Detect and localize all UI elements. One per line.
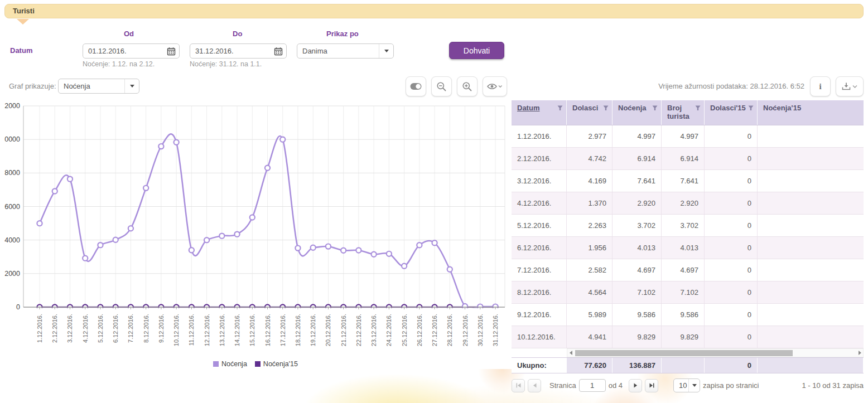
cell-value: 3.702 <box>613 215 662 236</box>
table-row[interactable]: 10.12.2016.4.9419.8299.8290 <box>512 326 864 348</box>
svg-text:4000: 4000 <box>4 236 20 244</box>
svg-text:18.12.2016.: 18.12.2016. <box>295 314 301 346</box>
chevron-down-icon <box>124 79 139 93</box>
scrollbar-thumb[interactable] <box>575 350 793 356</box>
zoom-out-button[interactable] <box>431 76 452 96</box>
column-header-label[interactable]: Noćenja <box>618 104 647 112</box>
cell-value: 4.169 <box>567 170 613 192</box>
calendar-icon[interactable] <box>163 44 179 58</box>
info-button[interactable]: i <box>810 76 831 96</box>
date-to-field[interactable] <box>190 47 271 55</box>
cell-value: 0 <box>705 125 758 147</box>
zoom-out-icon <box>436 81 447 92</box>
graf-prikazuje-select[interactable]: Noćenja <box>58 79 139 94</box>
column-header-label[interactable]: Dolasci'15 <box>710 104 746 112</box>
filter-icon[interactable] <box>652 105 658 111</box>
do-note: Noćenje: 31.12. na 1.1. <box>190 60 262 68</box>
column-header-no-enja-15[interactable]: Noćenja'15 <box>758 100 863 125</box>
column-header-label[interactable]: Dolasci <box>572 104 598 112</box>
page-label: Stranica <box>549 381 576 390</box>
cell-value <box>758 170 863 192</box>
cell-value: 5.989 <box>567 304 613 326</box>
filter-icon[interactable] <box>557 105 563 111</box>
turisti-tab[interactable]: Turisti <box>4 4 864 18</box>
svg-text:7.12.2016.: 7.12.2016. <box>127 314 134 343</box>
zoom-in-button[interactable] <box>457 76 478 96</box>
table-row[interactable]: 8.12.2016.4.5647.1027.1020 <box>512 281 864 304</box>
column-header-label[interactable]: Datum <box>517 104 539 112</box>
svg-text:4.12.2016.: 4.12.2016. <box>82 314 89 343</box>
cell-value: 9.586 <box>613 304 662 326</box>
filter-icon[interactable] <box>748 105 754 111</box>
table-row[interactable]: 1.12.2016.2.9774.9974.9970 <box>512 125 864 148</box>
cell-value: 1.370 <box>567 192 613 214</box>
column-header-no-enja[interactable]: Noćenja <box>613 100 662 125</box>
filter-icon[interactable] <box>603 105 609 111</box>
svg-text:20.12.2016.: 20.12.2016. <box>325 314 331 346</box>
calendar-icon-glyph <box>274 47 283 56</box>
table-row[interactable]: 4.12.2016.1.3702.9202.9200 <box>512 192 864 215</box>
scroll-left-arrow[interactable] <box>567 349 574 357</box>
toggle-button[interactable] <box>406 76 426 96</box>
next-page-button[interactable] <box>629 379 642 392</box>
download-button[interactable] <box>836 76 864 96</box>
column-header-broj-turista[interactable]: Broj turista <box>662 100 705 125</box>
prikaz-po-select[interactable]: Danima <box>297 43 394 59</box>
zoom-in-icon <box>462 81 472 92</box>
table-row[interactable]: 7.12.2016.2.5824.6974.6970 <box>512 259 864 281</box>
cell-value: 0 <box>705 237 758 259</box>
date-from-input[interactable] <box>83 43 180 59</box>
horizontal-scrollbar[interactable] <box>567 348 864 357</box>
svg-text:13.12.2016.: 13.12.2016. <box>219 314 225 346</box>
cell-datum: 9.12.2016. <box>512 304 567 326</box>
table-row[interactable]: 5.12.2016.2.2633.7023.7020 <box>512 215 864 237</box>
filter-icon[interactable] <box>695 105 701 111</box>
table-row[interactable]: 9.12.2016.5.9899.5869.5860 <box>512 304 864 326</box>
total-cell <box>662 358 705 373</box>
cell-value: 9.829 <box>662 326 705 348</box>
dohvati-button[interactable]: Dohvati <box>449 42 504 59</box>
cell-value: 7.641 <box>613 170 662 192</box>
svg-text:1.12.2016.: 1.12.2016. <box>36 314 43 343</box>
first-page-button[interactable] <box>512 379 525 392</box>
column-header-datum[interactable]: Datum <box>512 100 567 125</box>
column-header-label[interactable]: Noćenja'15 <box>763 104 801 112</box>
table-row[interactable]: 2.12.2016.4.7426.9146.9140 <box>512 148 864 170</box>
scroll-right-arrow[interactable] <box>856 349 863 357</box>
calendar-icon[interactable] <box>271 44 286 58</box>
table-row[interactable]: 3.12.2016.4.1697.6417.6410 <box>512 170 864 192</box>
svg-text:5.12.2016.: 5.12.2016. <box>97 314 104 343</box>
column-header-dolasci-15[interactable]: Dolasci'15 <box>705 100 758 125</box>
chart-svg[interactable]: 0200040006000800010000120001.12.2016.2.1… <box>4 102 507 358</box>
visibility-menu-button[interactable] <box>483 76 507 96</box>
first-page-icon <box>515 382 522 389</box>
svg-text:6000: 6000 <box>4 203 20 211</box>
date-to-input[interactable] <box>190 43 287 59</box>
cell-value: 6.914 <box>662 148 705 169</box>
column-header-dolasci[interactable]: Dolasci <box>567 100 613 125</box>
cell-value: 4.941 <box>567 326 613 348</box>
cell-datum: 8.12.2016. <box>512 281 567 303</box>
date-from-field[interactable] <box>83 47 163 55</box>
cell-datum: 1.12.2016. <box>512 125 567 147</box>
cell-value <box>758 192 863 214</box>
graf-prikazuje-label: Graf prikazuje: <box>9 82 56 90</box>
column-header-label[interactable]: Broj turista <box>667 104 695 120</box>
page-number-input[interactable] <box>579 379 606 392</box>
svg-text:10.12.2016.: 10.12.2016. <box>173 314 180 346</box>
legend-item[interactable]: Noćenja <box>213 360 247 368</box>
svg-text:8.12.2016.: 8.12.2016. <box>143 314 150 343</box>
page-size-select[interactable]: 10 <box>673 378 700 392</box>
table-row[interactable]: 6.12.2016.1.9564.0134.0130 <box>512 237 864 259</box>
cell-datum: 4.12.2016. <box>512 192 567 214</box>
svg-text:25.12.2016.: 25.12.2016. <box>401 314 408 346</box>
info-icon: i <box>819 82 821 91</box>
total-cell: 77.620 <box>567 358 613 373</box>
record-range-label: 1 - 10 od 31 zapisa <box>802 381 864 390</box>
previous-page-button[interactable] <box>528 379 541 392</box>
od-label: Od <box>124 30 134 38</box>
cell-value: 2.977 <box>567 125 613 147</box>
last-page-button[interactable] <box>645 379 658 392</box>
cell-value: 9.829 <box>613 326 662 348</box>
legend-item[interactable]: Noćenja'15 <box>255 360 298 368</box>
